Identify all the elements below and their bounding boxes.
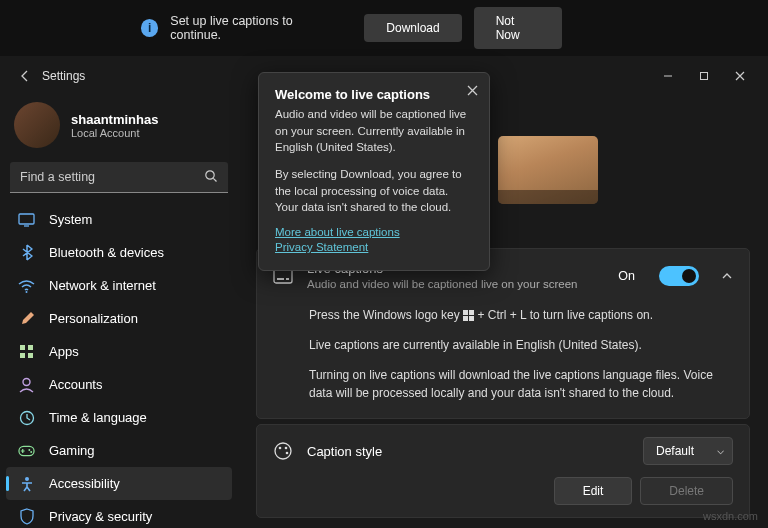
svg-point-24 (275, 443, 291, 459)
svg-point-11 (23, 378, 30, 385)
profile-account: Local Account (71, 127, 158, 139)
minimize-button[interactable] (650, 61, 686, 91)
svg-point-16 (25, 477, 29, 481)
sidebar-item-personalization[interactable]: Personalization (6, 302, 232, 335)
more-about-link[interactable]: More about live captions (275, 226, 473, 238)
sidebar-item-time-language[interactable]: Time & language (6, 401, 232, 434)
acct-icon (18, 376, 35, 393)
sidebar-item-label: Network & internet (49, 278, 156, 293)
delete-button[interactable]: Delete (640, 477, 733, 505)
sidebar-item-privacy-security[interactable]: Privacy & security (6, 500, 232, 528)
svg-line-3 (213, 178, 216, 181)
apps-icon (18, 343, 35, 360)
sidebar-item-label: Accounts (49, 377, 102, 392)
time-icon (18, 409, 35, 426)
live-captions-subtitle: Audio and video will be captioned live o… (307, 278, 604, 290)
svg-rect-19 (286, 278, 289, 280)
caption-style-select[interactable]: Default (643, 437, 733, 465)
sidebar-item-accessibility[interactable]: Accessibility (6, 467, 232, 500)
sidebar-item-label: Personalization (49, 311, 138, 326)
priv-icon (18, 508, 35, 525)
tooltip-title: Welcome to live captions (275, 87, 473, 102)
sidebar-item-label: Gaming (49, 443, 95, 458)
sidebar-item-label: Bluetooth & devices (49, 245, 164, 260)
sidebar-item-network-internet[interactable]: Network & internet (6, 269, 232, 302)
sidebar-item-label: Accessibility (49, 476, 120, 491)
sidebar-item-label: Apps (49, 344, 79, 359)
sidebar-item-label: Time & language (49, 410, 147, 425)
back-button[interactable] (18, 69, 32, 83)
svg-rect-10 (28, 353, 33, 358)
svg-point-26 (285, 447, 288, 450)
system-icon (18, 211, 35, 228)
brush-icon (18, 310, 35, 327)
maximize-button[interactable] (686, 61, 722, 91)
live-captions-details: Press the Windows logo key + Ctrl + L to… (257, 302, 749, 418)
banner-message: Set up live captions to continue. (170, 14, 340, 42)
svg-rect-9 (20, 353, 25, 358)
profile-name: shaantminhas (71, 112, 158, 127)
palette-icon (273, 441, 293, 461)
sidebar-item-system[interactable]: System (6, 203, 232, 236)
search-container (10, 162, 228, 193)
sidebar-item-bluetooth-devices[interactable]: Bluetooth & devices (6, 236, 232, 269)
toggle-state: On (618, 269, 635, 283)
watermark: wsxdn.com (703, 510, 758, 522)
profile[interactable]: shaantminhas Local Account (6, 96, 232, 162)
info-icon: i (141, 19, 158, 37)
tooltip-body-1: Audio and video will be captioned live o… (275, 106, 473, 156)
acc-icon (18, 475, 35, 492)
game-icon (18, 442, 35, 459)
sidebar-item-label: Privacy & security (49, 509, 152, 524)
svg-point-25 (279, 447, 282, 450)
setup-banner: i Set up live captions to continue. Down… (0, 0, 768, 56)
bt-icon (18, 244, 35, 261)
svg-rect-20 (463, 310, 468, 315)
close-button[interactable] (722, 61, 758, 91)
svg-point-2 (206, 171, 214, 179)
svg-point-14 (28, 449, 30, 451)
caption-style-title: Caption style (307, 444, 629, 459)
sidebar-item-gaming[interactable]: Gaming (6, 434, 232, 467)
sidebar-item-apps[interactable]: Apps (6, 335, 232, 368)
search-input[interactable] (10, 162, 228, 193)
svg-rect-1 (701, 73, 708, 80)
download-button[interactable]: Download (364, 14, 461, 42)
sidebar-item-label: System (49, 212, 92, 227)
caption-style-row: Caption style Default (257, 425, 749, 477)
svg-rect-18 (277, 278, 284, 280)
svg-point-6 (26, 291, 28, 293)
svg-rect-8 (28, 345, 33, 350)
live-captions-toggle[interactable] (659, 266, 699, 286)
sidebar-item-accounts[interactable]: Accounts (6, 368, 232, 401)
search-icon (204, 169, 218, 183)
net-icon (18, 277, 35, 294)
svg-point-27 (286, 452, 289, 455)
nav: SystemBluetooth & devicesNetwork & inter… (6, 203, 232, 528)
windows-key-icon (463, 310, 474, 321)
tooltip-close-button[interactable] (463, 81, 481, 99)
caption-style-card: Caption style Default Edit Delete (256, 424, 750, 518)
svg-rect-7 (20, 345, 25, 350)
caption-preview (498, 136, 598, 204)
avatar (14, 102, 60, 148)
tooltip-body-2: By selecting Download, you agree to the … (275, 166, 473, 216)
sidebar: shaantminhas Local Account SystemBluetoo… (0, 96, 238, 528)
chevron-up-icon[interactable] (721, 270, 733, 282)
welcome-tooltip: Welcome to live captions Audio and video… (258, 72, 490, 271)
window-title: Settings (42, 69, 85, 83)
edit-button[interactable]: Edit (554, 477, 633, 505)
not-now-button[interactable]: Not Now (474, 7, 562, 49)
live-captions-card: Live captions Audio and video will be ca… (256, 248, 750, 419)
privacy-link[interactable]: Privacy Statement (275, 241, 473, 253)
svg-point-15 (30, 451, 32, 453)
svg-rect-22 (463, 316, 468, 321)
svg-rect-4 (19, 214, 34, 224)
